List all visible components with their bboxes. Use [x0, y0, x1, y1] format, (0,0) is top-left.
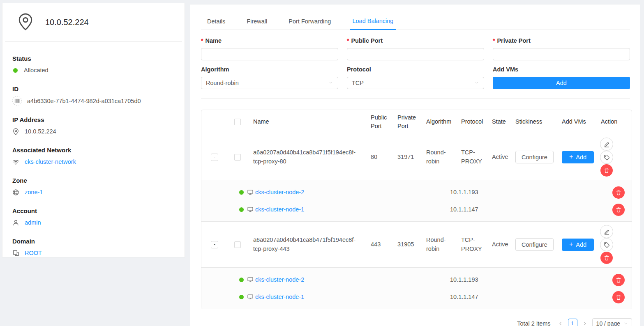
required-asterisk: * [493, 37, 495, 44]
status-dot-icon [13, 68, 18, 73]
remove-vm-button[interactable] [612, 274, 625, 286]
col-header-protocol: Protocol [457, 115, 488, 129]
tag-icon [603, 241, 610, 248]
main-panel: Details Firewall Port Forwarding Load Ba… [190, 4, 640, 326]
add-vm-button[interactable]: + Add [562, 151, 594, 163]
vm-monitor-icon [247, 206, 254, 213]
trash-icon [615, 189, 622, 196]
lb-rules-table: Name Public Port Private Port Algorithm … [201, 110, 632, 309]
tag-rule-button[interactable] [600, 151, 613, 164]
required-asterisk: * [201, 37, 203, 44]
detail-id: ID a4b6330e-77b1-4474-982d-a031ca1705d0 [12, 85, 175, 106]
vm-ip: 10.1.1.193 [450, 189, 478, 195]
tab-details[interactable]: Details [205, 13, 228, 30]
required-asterisk: * [347, 37, 349, 44]
page-size-value: 10 / page [596, 320, 620, 326]
pin-small-icon [12, 128, 19, 135]
network-link[interactable]: cks-cluster-network [25, 158, 76, 165]
vm-link[interactable]: cks-cluster-node-1 [255, 206, 304, 213]
tag-rule-button[interactable] [600, 238, 613, 251]
vm-state-dot-icon [239, 207, 244, 212]
remove-vm-button[interactable] [612, 291, 625, 303]
divider [5, 41, 182, 42]
public-port-field-label: * Public Port [347, 37, 484, 45]
select-all-checkbox[interactable] [234, 119, 241, 125]
prev-page-button[interactable] [557, 320, 564, 326]
rule-name: a6a0207a0d40b41ca8b471f5f194ec8f-tcp-pro… [247, 146, 367, 169]
status-value: Allocated [24, 67, 48, 73]
account-label: Account [12, 207, 175, 214]
algorithm-select[interactable]: Round-robin [201, 77, 338, 89]
account-link[interactable]: admin [25, 219, 41, 226]
tab-port-forwarding[interactable]: Port Forwarding [286, 13, 333, 30]
private-port-field-label: * Private Port [493, 37, 630, 45]
vm-ip: 10.1.1.193 [450, 276, 478, 283]
configure-stickiness-button[interactable]: Configure [515, 151, 554, 163]
delete-rule-button[interactable] [600, 164, 613, 177]
field-add-vms: Add VMs Add [493, 65, 630, 89]
collapse-row-button[interactable]: - [211, 154, 218, 161]
zone-label: Zone [12, 177, 175, 184]
collapse-row-button[interactable]: - [211, 241, 218, 248]
domain-link[interactable]: ROOT [25, 250, 42, 256]
network-label: Associated Network [12, 147, 175, 154]
rule-state: Active [488, 238, 511, 252]
detail-network: Associated Network cks-cluster-network [12, 147, 175, 166]
vm-monitor-icon [247, 294, 254, 300]
protocol-selected-value: TCP [352, 80, 364, 86]
zone-link[interactable]: zone-1 [25, 189, 43, 195]
next-page-button[interactable] [582, 320, 588, 326]
table-row: - a6a0207a0d40b41ca8b471f5f194ec8f-tcp-p… [201, 222, 632, 268]
remove-vm-button[interactable] [612, 204, 625, 216]
configure-stickiness-button[interactable]: Configure [515, 238, 554, 251]
id-label: ID [12, 85, 175, 92]
chevron-down-icon [474, 80, 479, 86]
row-checkbox[interactable] [234, 154, 241, 161]
col-header-private-port: Private Port [393, 111, 422, 133]
edit-rule-button[interactable] [600, 138, 613, 151]
algorithm-selected-value: Round-robin [206, 80, 239, 86]
vm-state-dot-icon [239, 190, 244, 195]
protocol-select[interactable]: TCP [347, 77, 484, 89]
form-divider [201, 98, 630, 99]
vm-link[interactable]: cks-cluster-node-2 [255, 189, 304, 195]
remove-vm-button[interactable] [612, 186, 625, 199]
vm-link[interactable]: cks-cluster-node-2 [255, 276, 304, 283]
vm-state-dot-icon [239, 295, 244, 299]
name-input[interactable] [201, 48, 338, 60]
vm-ip: 10.1.1.147 [450, 294, 478, 300]
tab-bar: Details Firewall Port Forwarding Load Ba… [201, 13, 630, 30]
public-port-input[interactable] [347, 48, 484, 60]
protocol-field-label: Protocol [347, 65, 484, 73]
detail-account: Account admin [12, 207, 175, 227]
rule-public-port: 80 [367, 150, 393, 164]
rule-algorithm: Round-robin [422, 146, 457, 169]
edit-rule-button[interactable] [600, 225, 613, 238]
col-header-public-port: Public Port [367, 111, 393, 133]
trash-icon [615, 294, 622, 301]
trash-icon [615, 277, 622, 283]
vm-link[interactable]: cks-cluster-node-1 [255, 294, 304, 300]
add-rule-button[interactable]: Add [493, 77, 630, 89]
page-size-select[interactable]: 10 / page [592, 318, 632, 326]
expanded-vm-list: cks-cluster-node-2 10.1.1.193 cks-cluste… [201, 268, 632, 309]
resource-detail-card: 10.0.52.224 Status Allocated ID a4b63 [2, 3, 185, 257]
col-header-add-vms: Add VMs [558, 115, 597, 129]
resource-header: 10.0.52.224 [12, 12, 175, 32]
table-header-row: Name Public Port Private Port Algorithm … [201, 110, 632, 134]
vm-row: cks-cluster-node-1 10.1.1.147 [201, 201, 632, 218]
col-header-stickiness: Stickiness [511, 115, 558, 129]
ip-value: 10.0.52.224 [25, 128, 56, 135]
tab-firewall[interactable]: Firewall [244, 13, 270, 30]
rule-private-port: 31971 [393, 150, 422, 164]
row-checkbox[interactable] [234, 241, 241, 248]
trash-icon [615, 207, 622, 213]
rule-algorithm: Round-robin [422, 233, 457, 256]
tab-load-balancing[interactable]: Load Balancing [350, 13, 396, 30]
delete-rule-button[interactable] [600, 252, 613, 264]
private-port-input[interactable] [493, 48, 630, 60]
page-number-button[interactable]: 1 [568, 319, 577, 326]
chevron-down-icon [623, 320, 628, 326]
field-private-port: * Private Port [493, 37, 630, 60]
add-vm-button[interactable]: + Add [562, 239, 594, 251]
